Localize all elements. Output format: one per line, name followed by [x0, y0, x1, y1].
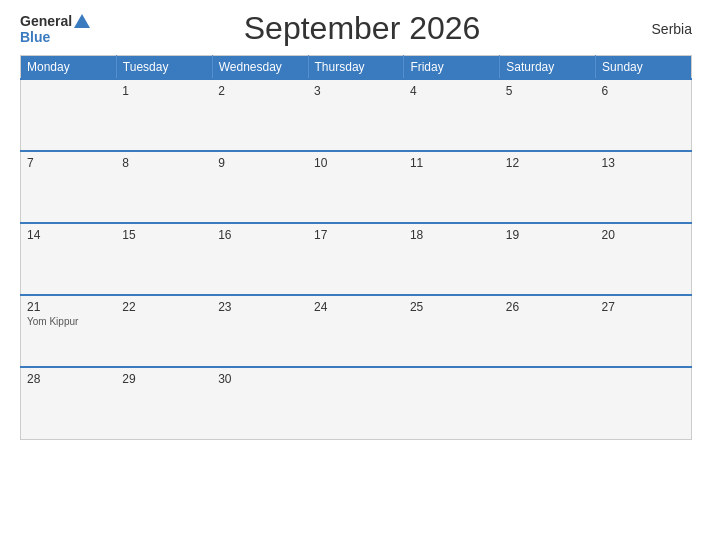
- table-row: [308, 367, 404, 439]
- table-row: 6: [596, 79, 692, 151]
- logo-blue-text: Blue: [20, 29, 50, 45]
- logo: General Blue: [20, 13, 92, 45]
- day-number: 3: [314, 84, 398, 98]
- day-number: 5: [506, 84, 590, 98]
- table-row: 26: [500, 295, 596, 367]
- table-row: 15: [116, 223, 212, 295]
- table-row: 27: [596, 295, 692, 367]
- table-row: [404, 367, 500, 439]
- day-number: 10: [314, 156, 398, 170]
- calendar-week-row: 123456: [21, 79, 692, 151]
- day-number: 25: [410, 300, 494, 314]
- header-saturday: Saturday: [500, 56, 596, 80]
- table-row: 2: [212, 79, 308, 151]
- day-number: 12: [506, 156, 590, 170]
- day-number: 17: [314, 228, 398, 242]
- header-wednesday: Wednesday: [212, 56, 308, 80]
- table-row: 25: [404, 295, 500, 367]
- table-row: 17: [308, 223, 404, 295]
- calendar-week-row: 282930: [21, 367, 692, 439]
- calendar-header: General Blue September 2026 Serbia: [20, 10, 692, 47]
- table-row: 11: [404, 151, 500, 223]
- day-number: 30: [218, 372, 302, 386]
- day-number: 20: [602, 228, 685, 242]
- day-number: 29: [122, 372, 206, 386]
- day-number: 21: [27, 300, 110, 314]
- header-monday: Monday: [21, 56, 117, 80]
- header-tuesday: Tuesday: [116, 56, 212, 80]
- table-row: 16: [212, 223, 308, 295]
- country-name: Serbia: [632, 21, 692, 37]
- table-row: 8: [116, 151, 212, 223]
- day-number: 27: [602, 300, 685, 314]
- day-number: 24: [314, 300, 398, 314]
- calendar-title: September 2026: [92, 10, 632, 47]
- table-row: 20: [596, 223, 692, 295]
- calendar-week-row: 21Yom Kippur222324252627: [21, 295, 692, 367]
- day-number: 6: [602, 84, 685, 98]
- day-number: 14: [27, 228, 110, 242]
- calendar-table: Monday Tuesday Wednesday Thursday Friday…: [20, 55, 692, 440]
- day-number: 19: [506, 228, 590, 242]
- day-number: 18: [410, 228, 494, 242]
- calendar-week-row: 14151617181920: [21, 223, 692, 295]
- day-number: 16: [218, 228, 302, 242]
- table-row: 4: [404, 79, 500, 151]
- table-row: 7: [21, 151, 117, 223]
- table-row: 18: [404, 223, 500, 295]
- table-row: 29: [116, 367, 212, 439]
- table-row: 28: [21, 367, 117, 439]
- table-row: [21, 79, 117, 151]
- day-number: 23: [218, 300, 302, 314]
- calendar-header-row: Monday Tuesday Wednesday Thursday Friday…: [21, 56, 692, 80]
- day-number: 7: [27, 156, 110, 170]
- day-number: 15: [122, 228, 206, 242]
- day-number: 9: [218, 156, 302, 170]
- logo-triangle-icon: [74, 14, 90, 28]
- day-number: 1: [122, 84, 206, 98]
- table-row: [500, 367, 596, 439]
- logo-general-text: General: [20, 13, 72, 29]
- table-row: [596, 367, 692, 439]
- calendar-week-row: 78910111213: [21, 151, 692, 223]
- day-number: 13: [602, 156, 685, 170]
- day-number: 28: [27, 372, 110, 386]
- table-row: 14: [21, 223, 117, 295]
- day-number: 2: [218, 84, 302, 98]
- day-number: 22: [122, 300, 206, 314]
- table-row: 24: [308, 295, 404, 367]
- table-row: 3: [308, 79, 404, 151]
- table-row: 10: [308, 151, 404, 223]
- day-number: 8: [122, 156, 206, 170]
- table-row: 12: [500, 151, 596, 223]
- table-row: 5: [500, 79, 596, 151]
- table-row: 23: [212, 295, 308, 367]
- header-friday: Friday: [404, 56, 500, 80]
- table-row: 22: [116, 295, 212, 367]
- table-row: 21Yom Kippur: [21, 295, 117, 367]
- table-row: 30: [212, 367, 308, 439]
- day-number: 4: [410, 84, 494, 98]
- day-event: Yom Kippur: [27, 316, 110, 327]
- header-thursday: Thursday: [308, 56, 404, 80]
- table-row: 1: [116, 79, 212, 151]
- table-row: 9: [212, 151, 308, 223]
- table-row: 13: [596, 151, 692, 223]
- day-number: 11: [410, 156, 494, 170]
- table-row: 19: [500, 223, 596, 295]
- day-number: 26: [506, 300, 590, 314]
- header-sunday: Sunday: [596, 56, 692, 80]
